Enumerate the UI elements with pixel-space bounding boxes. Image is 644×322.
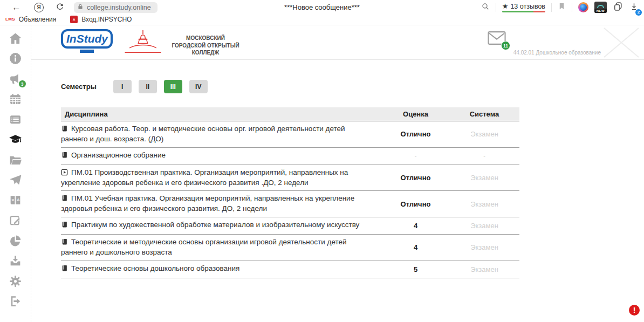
svg-text:A: A — [17, 197, 20, 202]
sidebar-item-dictionary[interactable]: яA — [8, 194, 23, 208]
system-cell: Экзамен — [449, 130, 519, 138]
semester-button-II[interactable]: II — [139, 80, 157, 93]
sidebar-item-downloads[interactable] — [8, 255, 23, 269]
discipline-cell: Практикум по художественной обработке ма… — [61, 221, 382, 231]
grade-cell: 5 — [382, 265, 449, 273]
book-icon — [61, 195, 68, 204]
download-tray-icon — [9, 254, 22, 270]
info-icon — [9, 52, 22, 67]
semester-button-III[interactable]: III — [164, 80, 182, 93]
table-row[interactable]: Курсовая работа. Теор. и методические ос… — [61, 121, 519, 148]
graduation-cap-icon — [9, 133, 22, 148]
alert-icon[interactable]: ! — [629, 305, 640, 316]
discipline-name: ПМ.01 Производственная практика. Организ… — [61, 168, 348, 187]
grade-cell: Отлично — [382, 200, 449, 208]
sidebar-item-statistics[interactable] — [8, 235, 23, 249]
downloads-icon[interactable]: 2 — [629, 2, 639, 13]
url-text: college.instudy.online — [87, 4, 151, 11]
bookmark-inpsycho-login[interactable]: ▲Вход.INPSYCHO — [70, 16, 132, 23]
bookmark-announcements[interactable]: LMSОбъявления — [5, 16, 56, 23]
semesters-label: Семестры — [61, 83, 97, 91]
extension-new-icon[interactable]: NEW — [594, 2, 607, 13]
grades-table-body: Курсовая работа. Теор. и методические ос… — [61, 121, 519, 278]
system-cell: Экзамен — [449, 265, 519, 273]
back-icon[interactable]: ← — [12, 3, 21, 12]
grade-cell: Отлично — [382, 130, 449, 138]
book-icon — [61, 152, 68, 161]
discipline-cell: ПМ.01 Производственная практика. Организ… — [61, 168, 382, 188]
mail-button[interactable]: 11 — [487, 30, 506, 48]
rating-bar — [502, 11, 545, 12]
divider — [572, 3, 572, 12]
column-header: Система — [449, 110, 519, 118]
browser-home-icon[interactable]: Я — [34, 3, 44, 12]
extension-art — [597, 5, 604, 8]
table-row[interactable]: Теоретические и методические основы орга… — [61, 235, 519, 261]
browser-toolbar: ← Я college.instudy.online ***Новое сооб… — [0, 0, 644, 15]
bookmark-label: Вход.INPSYCHO — [81, 16, 132, 23]
edit-icon — [9, 214, 22, 229]
program-label: 44.02.01 Дошкольное образование — [513, 50, 601, 56]
extension-pages-icon[interactable] — [613, 1, 624, 14]
downloads-badge: 2 — [635, 9, 642, 16]
grade-cell: - — [382, 153, 449, 159]
table-header: ДисциплинаОценкаСистема — [61, 107, 519, 121]
discipline-name: Организационное собрание — [71, 151, 166, 159]
sidebar-item-calendar[interactable] — [8, 93, 23, 107]
notification-badge: 3 — [18, 80, 26, 88]
book-icon — [61, 265, 68, 275]
table-row[interactable]: ПМ.01 Учебная практика. Организация меро… — [61, 191, 519, 217]
calendar-icon — [9, 92, 22, 108]
home-icon — [9, 32, 22, 47]
address-bar[interactable]: college.instudy.online — [74, 2, 157, 13]
refresh-icon[interactable] — [56, 2, 64, 12]
bookmark-label: Объявления — [19, 16, 56, 23]
college-tower-logo — [122, 29, 164, 58]
main-content: InStudy МОСКОВСКИЙ ГОРОДСКОЙ ОТКРЫТЫЙ КО… — [31, 25, 644, 322]
folder-icon — [9, 153, 22, 169]
sidebar-item-announcements[interactable]: 3 — [8, 73, 23, 87]
sidebar-item-materials[interactable] — [8, 154, 23, 168]
semester-switcher: Семестры IIIIIIIV — [61, 80, 208, 93]
bookmark-flag-icon[interactable] — [558, 2, 566, 13]
gear-icon — [9, 275, 22, 290]
discipline-name: Курсовая работа. Теор. и методические ос… — [61, 125, 345, 143]
system-cell: Экзамен — [449, 222, 519, 230]
sidebar-item-home[interactable] — [8, 32, 23, 46]
table-row[interactable]: Практикум по художественной обработке ма… — [61, 217, 519, 235]
system-cell: Экзамен — [449, 174, 519, 182]
sidebar-item-journal[interactable] — [8, 113, 23, 127]
sidebar-item-settings[interactable] — [8, 275, 23, 289]
translate-icon: яA — [9, 194, 22, 209]
logo-stand — [80, 50, 94, 53]
bookmarks-bar: LMSОбъявления▲Вход.INPSYCHO — [0, 15, 644, 25]
semester-button-IV[interactable]: IV — [189, 80, 208, 93]
journal-icon — [9, 113, 22, 128]
system-cell: Экзамен — [449, 200, 519, 208]
column-header: Дисциплина — [61, 110, 382, 118]
search-icon[interactable] — [481, 2, 490, 13]
semester-button-I[interactable]: I — [113, 80, 132, 93]
table-row[interactable]: Теоретические основы дошкольного образов… — [61, 261, 519, 278]
sidebar-item-grades[interactable] — [8, 134, 23, 148]
svg-text:я: я — [12, 197, 14, 202]
table-row[interactable]: ПМ.01 Производственная практика. Организ… — [61, 165, 519, 191]
app-header: InStudy МОСКОВСКИЙ ГОРОДСКОЙ ОТКРЫТЫЙ КО… — [31, 25, 644, 60]
book-icon — [61, 125, 68, 135]
discipline-cell: Организационное собрание — [61, 151, 382, 161]
sidebar-item-notes[interactable] — [8, 215, 23, 229]
play-icon — [61, 169, 68, 179]
divider — [496, 3, 496, 12]
discipline-cell: ПМ.01 Учебная практика. Организация меро… — [61, 194, 382, 214]
discipline-name: ПМ.01 Учебная практика. Организация меро… — [61, 194, 354, 213]
extension-globe-icon[interactable] — [578, 2, 588, 12]
sidebar-item-info[interactable] — [8, 53, 23, 67]
sidebar-item-logout[interactable] — [8, 296, 23, 310]
reviews-rating[interactable]: ★ 13 отзывов — [502, 2, 545, 12]
discipline-name: Теоретические и методические основы орга… — [61, 238, 347, 256]
mail-badge: 11 — [501, 41, 510, 50]
grades-table: ДисциплинаОценкаСистема Курсовая работа.… — [61, 107, 519, 278]
table-row[interactable]: Организационное собрание-- — [61, 148, 519, 165]
sidebar-item-messages[interactable] — [8, 174, 23, 188]
instudy-logo[interactable]: InStudy — [61, 29, 113, 53]
